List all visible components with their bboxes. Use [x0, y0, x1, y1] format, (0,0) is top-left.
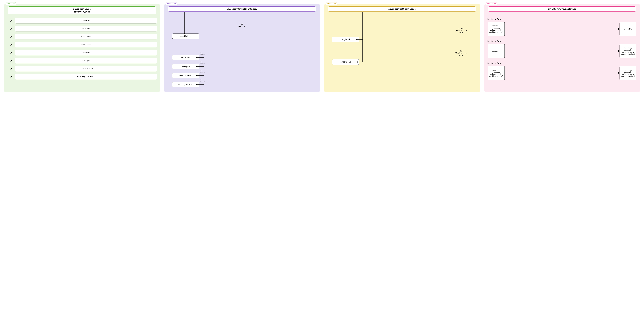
panel-set: Mutation inventorySetQuantities on_hand=…	[324, 4, 480, 92]
set-label: = 100 (Explicitly set)	[452, 28, 470, 34]
panel-tag: Mutation	[326, 2, 337, 5]
state-node: available	[172, 34, 199, 39]
delta-label: +2 (Delta)	[200, 70, 206, 73]
panel-tag: Queries	[6, 2, 16, 5]
move-from-node: available	[488, 44, 505, 58]
delta-label: +2 (Delta)	[200, 79, 206, 82]
panel-tag: Mutation	[486, 2, 497, 5]
move-from-node: reserved, damaged, safety_stock, quality…	[488, 66, 505, 80]
units-label: Units = 100	[487, 40, 637, 43]
set-label: = 100 (Explicitly set)	[452, 50, 470, 56]
panel-move: Mutation inventoryMoveQuantities Units =…	[484, 4, 640, 92]
units-label: Units = 100	[487, 18, 637, 21]
panel-header: inventoryAdjustQuantities	[168, 7, 316, 12]
panel-tag: Mutation	[166, 2, 177, 5]
move-to-node: reserved, damaged, safety_stock, quality…	[620, 66, 636, 80]
move-to-node: reserved, damaged, safety_stock, quality…	[620, 44, 636, 58]
state-node: reserved	[172, 55, 199, 60]
state-node: committed	[15, 42, 157, 48]
panel-header: inventoryLevel inventoryItem	[8, 7, 156, 14]
delta-label: +2 (Delta)	[167, 23, 317, 27]
state-node: incoming	[15, 18, 157, 24]
delta-label: +2 (Delta)	[200, 61, 206, 64]
move-to-node: available	[620, 22, 636, 36]
state-node: safety_stock	[172, 73, 199, 78]
panel-header: inventoryMoveQuantities	[488, 7, 636, 12]
state-node: available	[332, 59, 359, 65]
state-node: quality_control	[172, 82, 199, 87]
state-node: on_hand	[15, 26, 157, 32]
panel-header: inventorySetQuantities	[328, 7, 476, 12]
state-node: reserved	[15, 50, 157, 56]
panel-queries: Queries inventoryLevel inventoryItem inc…	[4, 4, 160, 92]
state-node: quality_control	[15, 74, 157, 79]
state-node: safety_stock	[15, 66, 157, 71]
diagram-canvas: Queries inventoryLevel inventoryItem inc…	[4, 4, 640, 92]
state-node: available	[15, 34, 157, 40]
state-node: damaged	[15, 58, 157, 63]
units-label: Units = 100	[487, 62, 637, 65]
state-node: on_hand	[332, 37, 359, 42]
panel-adjust: Mutation inventoryAdjustQuantities +2 (D…	[164, 4, 320, 92]
delta-label: +2 (Delta)	[200, 52, 206, 55]
move-from-node: reserved, damaged, safety_stock, quality…	[488, 22, 505, 36]
state-node: damaged	[172, 64, 199, 69]
